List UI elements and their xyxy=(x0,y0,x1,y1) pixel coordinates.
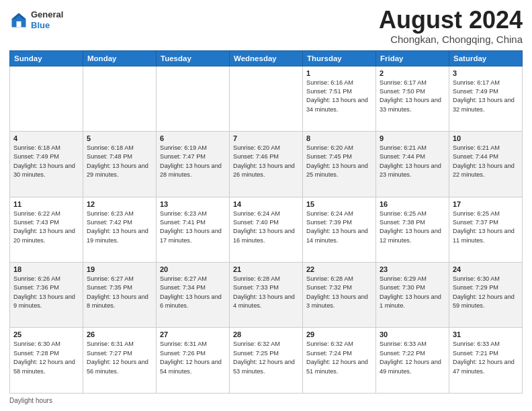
calendar-cell: 17Sunrise: 6:25 AM Sunset: 7:37 PM Dayli… xyxy=(449,197,523,262)
day-number: 8 xyxy=(306,134,372,142)
day-header-saturday: Saturday xyxy=(449,50,523,66)
calendar-cell: 25Sunrise: 6:30 AM Sunset: 7:28 PM Dayli… xyxy=(10,328,83,394)
day-info: Sunrise: 6:21 AM Sunset: 7:44 PM Dayligh… xyxy=(380,144,445,179)
day-number: 3 xyxy=(453,69,519,77)
day-info: Sunrise: 6:32 AM Sunset: 7:24 PM Dayligh… xyxy=(306,340,372,375)
day-info: Sunrise: 6:19 AM Sunset: 7:47 PM Dayligh… xyxy=(160,144,226,179)
day-number: 14 xyxy=(233,200,299,208)
day-info: Sunrise: 6:27 AM Sunset: 7:35 PM Dayligh… xyxy=(87,275,152,310)
day-number: 6 xyxy=(160,134,226,142)
calendar-cell: 12Sunrise: 6:23 AM Sunset: 7:42 PM Dayli… xyxy=(83,197,157,262)
calendar-cell: 19Sunrise: 6:27 AM Sunset: 7:35 PM Dayli… xyxy=(83,263,157,328)
location: Chongkan, Chongqing, China xyxy=(379,34,523,45)
day-number: 16 xyxy=(380,200,445,208)
day-info: Sunrise: 6:17 AM Sunset: 7:49 PM Dayligh… xyxy=(453,79,519,114)
day-number: 30 xyxy=(380,330,445,338)
day-number: 21 xyxy=(233,265,299,273)
day-number: 11 xyxy=(13,200,79,208)
calendar-cell xyxy=(230,66,303,131)
calendar-cell: 2Sunrise: 6:17 AM Sunset: 7:50 PM Daylig… xyxy=(376,66,449,131)
day-number: 31 xyxy=(453,330,519,338)
day-info: Sunrise: 6:28 AM Sunset: 7:33 PM Dayligh… xyxy=(233,275,299,310)
calendar-cell: 16Sunrise: 6:25 AM Sunset: 7:38 PM Dayli… xyxy=(376,197,449,262)
day-info: Sunrise: 6:17 AM Sunset: 7:50 PM Dayligh… xyxy=(380,79,445,114)
month-title: August 2024 xyxy=(379,7,523,34)
calendar-cell: 20Sunrise: 6:27 AM Sunset: 7:34 PM Dayli… xyxy=(157,263,230,328)
calendar-cell: 8Sunrise: 6:20 AM Sunset: 7:45 PM Daylig… xyxy=(303,132,376,197)
calendar-cell: 26Sunrise: 6:31 AM Sunset: 7:27 PM Dayli… xyxy=(83,328,157,394)
header: General Blue August 2024 Chongkan, Chong… xyxy=(9,7,523,45)
calendar-cell: 6Sunrise: 6:19 AM Sunset: 7:47 PM Daylig… xyxy=(157,132,230,197)
day-number: 2 xyxy=(380,69,445,77)
calendar-cell: 27Sunrise: 6:31 AM Sunset: 7:26 PM Dayli… xyxy=(157,328,230,394)
calendar-cell: 11Sunrise: 6:22 AM Sunset: 7:43 PM Dayli… xyxy=(10,197,83,262)
calendar-cell: 1Sunrise: 6:16 AM Sunset: 7:51 PM Daylig… xyxy=(303,66,376,131)
day-info: Sunrise: 6:32 AM Sunset: 7:25 PM Dayligh… xyxy=(233,340,299,375)
day-info: Sunrise: 6:22 AM Sunset: 7:43 PM Dayligh… xyxy=(13,210,79,245)
logo-blue-text: Blue xyxy=(31,20,50,30)
day-number: 24 xyxy=(453,265,519,273)
day-info: Sunrise: 6:20 AM Sunset: 7:45 PM Dayligh… xyxy=(306,144,372,179)
day-header-monday: Monday xyxy=(83,50,157,66)
day-number: 25 xyxy=(13,330,79,338)
calendar-cell: 10Sunrise: 6:21 AM Sunset: 7:44 PM Dayli… xyxy=(449,132,523,197)
calendar: SundayMondayTuesdayWednesdayThursdayFrid… xyxy=(9,50,523,394)
logo-general-text: General xyxy=(31,9,63,19)
day-number: 19 xyxy=(87,265,152,273)
calendar-header-row: SundayMondayTuesdayWednesdayThursdayFrid… xyxy=(10,50,523,66)
day-info: Sunrise: 6:31 AM Sunset: 7:26 PM Dayligh… xyxy=(160,340,226,375)
calendar-cell: 5Sunrise: 6:18 AM Sunset: 7:48 PM Daylig… xyxy=(83,132,157,197)
day-number: 28 xyxy=(233,330,299,338)
calendar-cell: 30Sunrise: 6:33 AM Sunset: 7:22 PM Dayli… xyxy=(376,328,449,394)
day-info: Sunrise: 6:18 AM Sunset: 7:49 PM Dayligh… xyxy=(13,144,79,179)
day-header-friday: Friday xyxy=(376,50,449,66)
logo: General Blue xyxy=(9,9,63,30)
footer: Daylight hours xyxy=(9,397,523,404)
day-header-tuesday: Tuesday xyxy=(157,50,230,66)
day-info: Sunrise: 6:16 AM Sunset: 7:51 PM Dayligh… xyxy=(306,79,372,114)
day-info: Sunrise: 6:21 AM Sunset: 7:44 PM Dayligh… xyxy=(453,144,519,179)
calendar-cell: 22Sunrise: 6:28 AM Sunset: 7:32 PM Dayli… xyxy=(303,263,376,328)
calendar-cell: 3Sunrise: 6:17 AM Sunset: 7:49 PM Daylig… xyxy=(449,66,523,131)
day-info: Sunrise: 6:23 AM Sunset: 7:42 PM Dayligh… xyxy=(87,210,152,245)
day-info: Sunrise: 6:30 AM Sunset: 7:29 PM Dayligh… xyxy=(453,275,519,310)
day-number: 13 xyxy=(160,200,226,208)
day-info: Sunrise: 6:33 AM Sunset: 7:21 PM Dayligh… xyxy=(453,340,519,375)
day-number: 9 xyxy=(380,134,445,142)
day-info: Sunrise: 6:26 AM Sunset: 7:36 PM Dayligh… xyxy=(13,275,79,310)
day-info: Sunrise: 6:25 AM Sunset: 7:37 PM Dayligh… xyxy=(453,210,519,245)
day-info: Sunrise: 6:24 AM Sunset: 7:40 PM Dayligh… xyxy=(233,210,299,245)
day-number: 29 xyxy=(306,330,372,338)
day-info: Sunrise: 6:29 AM Sunset: 7:30 PM Dayligh… xyxy=(380,275,445,310)
day-number: 1 xyxy=(306,69,372,77)
calendar-week-3: 11Sunrise: 6:22 AM Sunset: 7:43 PM Dayli… xyxy=(10,197,523,262)
calendar-cell: 28Sunrise: 6:32 AM Sunset: 7:25 PM Dayli… xyxy=(230,328,303,394)
day-info: Sunrise: 6:28 AM Sunset: 7:32 PM Dayligh… xyxy=(306,275,372,310)
day-number: 20 xyxy=(160,265,226,273)
day-number: 5 xyxy=(87,134,152,142)
calendar-cell: 4Sunrise: 6:18 AM Sunset: 7:49 PM Daylig… xyxy=(10,132,83,197)
logo-icon xyxy=(9,11,28,30)
day-number: 27 xyxy=(160,330,226,338)
day-header-wednesday: Wednesday xyxy=(230,50,303,66)
day-number: 26 xyxy=(87,330,152,338)
calendar-cell xyxy=(10,66,83,131)
day-number: 10 xyxy=(453,134,519,142)
day-info: Sunrise: 6:20 AM Sunset: 7:46 PM Dayligh… xyxy=(233,144,299,179)
calendar-week-5: 25Sunrise: 6:30 AM Sunset: 7:28 PM Dayli… xyxy=(10,328,523,394)
svg-rect-2 xyxy=(17,21,21,27)
day-number: 4 xyxy=(13,134,79,142)
day-number: 7 xyxy=(233,134,299,142)
day-header-sunday: Sunday xyxy=(10,50,83,66)
calendar-cell: 21Sunrise: 6:28 AM Sunset: 7:33 PM Dayli… xyxy=(230,263,303,328)
calendar-week-1: 1Sunrise: 6:16 AM Sunset: 7:51 PM Daylig… xyxy=(10,66,523,131)
calendar-week-4: 18Sunrise: 6:26 AM Sunset: 7:36 PM Dayli… xyxy=(10,263,523,328)
calendar-cell xyxy=(83,66,157,131)
day-number: 17 xyxy=(453,200,519,208)
day-info: Sunrise: 6:23 AM Sunset: 7:41 PM Dayligh… xyxy=(160,210,226,245)
calendar-cell: 23Sunrise: 6:29 AM Sunset: 7:30 PM Dayli… xyxy=(376,263,449,328)
day-info: Sunrise: 6:33 AM Sunset: 7:22 PM Dayligh… xyxy=(380,340,445,375)
calendar-cell: 24Sunrise: 6:30 AM Sunset: 7:29 PM Dayli… xyxy=(449,263,523,328)
day-number: 12 xyxy=(87,200,152,208)
day-number: 23 xyxy=(380,265,445,273)
